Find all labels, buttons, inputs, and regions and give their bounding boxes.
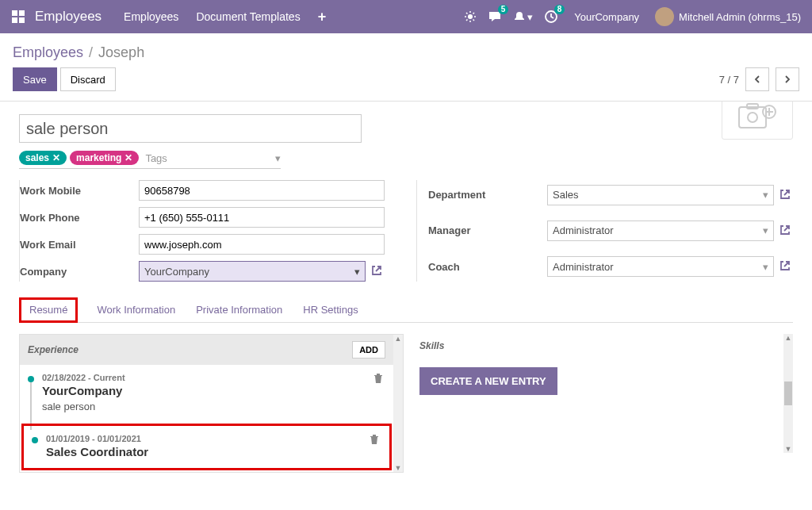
label-company: Company [20, 266, 139, 278]
label-work-email: Work Email [20, 239, 139, 251]
tag-marketing[interactable]: marketing✕ [70, 151, 139, 165]
tab-bar: Resumé Work Information Private Informat… [19, 297, 793, 323]
messages-icon[interactable]: 5 [488, 10, 502, 24]
job-title-input[interactable] [19, 114, 362, 143]
form-right-column: Department Sales▾ Manager Administrator▾… [416, 180, 793, 282]
create-skill-button[interactable]: CREATE A NEW ENTRY [419, 367, 557, 395]
external-link-icon[interactable] [779, 224, 793, 238]
external-link-icon[interactable] [370, 264, 385, 278]
skills-panel: Skills CREATE A NEW ENTRY ▲▼ [419, 334, 793, 473]
experience-dates: 01/01/2019 - 01/01/2021 [46, 434, 369, 443]
tag-remove-icon[interactable]: ✕ [52, 152, 60, 163]
tab-work-info[interactable]: Work Information [95, 297, 177, 322]
label-coach: Coach [428, 261, 547, 273]
experience-header: Experience [28, 344, 79, 355]
nav-add-icon[interactable]: + [318, 9, 327, 25]
tab-resume[interactable]: Resumé [19, 297, 78, 323]
top-navbar: Employees Employees Document Templates +… [0, 0, 812, 33]
experience-sub: sale person [42, 401, 373, 412]
breadcrumb: Employees / Joseph [0, 33, 812, 67]
work-phone-input[interactable] [139, 207, 385, 228]
activities-badge: 8 [554, 5, 565, 14]
form-left-column: Work Mobile Work Phone Work Email Compan… [20, 180, 385, 282]
employee-image[interactable] [722, 102, 793, 140]
chevron-down-icon[interactable]: ▾ [275, 152, 281, 164]
label-department: Department [428, 189, 547, 201]
discard-button[interactable]: Discard [60, 67, 116, 91]
experience-title: Sales Coordinator [46, 445, 369, 458]
apps-icon[interactable] [11, 10, 25, 24]
tab-hr-settings[interactable]: HR Settings [301, 297, 359, 322]
app-brand[interactable]: Employees [35, 9, 102, 25]
external-link-icon[interactable] [779, 259, 793, 274]
nav-doc-templates[interactable]: Document Templates [196, 10, 300, 23]
breadcrumb-root[interactable]: Employees [13, 44, 83, 60]
experience-title: YourCompany [42, 384, 373, 397]
experience-dates: 02/18/2022 - Current [42, 373, 373, 382]
pager-next[interactable] [776, 67, 799, 91]
trash-icon[interactable] [369, 434, 380, 445]
scrollbar[interactable]: ▲▼ [393, 335, 403, 472]
tag-remove-icon[interactable]: ✕ [124, 152, 132, 163]
pager-prev[interactable] [745, 67, 769, 91]
label-manager: Manager [428, 224, 547, 236]
experience-item[interactable]: 01/01/2019 - 01/01/2021 Sales Coordinato… [21, 424, 392, 470]
label-work-phone: Work Phone [20, 212, 139, 224]
skills-header: Skills [419, 334, 793, 351]
pager: 7 / 7 [719, 67, 799, 91]
svg-point-0 [468, 14, 473, 19]
chevron-down-icon: ▾ [763, 224, 768, 236]
trash-icon[interactable] [373, 373, 384, 384]
tag-sales[interactable]: sales✕ [19, 151, 67, 165]
timeline-line [30, 382, 32, 430]
work-email-input[interactable] [139, 234, 385, 255]
avatar [655, 7, 674, 26]
timeline-dot-icon [28, 376, 34, 382]
user-name: Mitchell Admin (ohrms_15) [679, 11, 801, 23]
scrollbar[interactable]: ▲▼ [783, 334, 793, 453]
tags-placeholder: Tags [145, 152, 272, 164]
label-work-mobile: Work Mobile [20, 185, 139, 197]
timeline-dot-icon [32, 437, 38, 443]
tab-private-info[interactable]: Private Information [194, 297, 284, 322]
pager-text: 7 / 7 [719, 74, 739, 86]
chevron-down-icon: ▾ [763, 261, 768, 273]
coach-select[interactable]: Administrator▾ [547, 256, 774, 277]
company-switcher[interactable]: YourCompany [574, 11, 639, 23]
activities-icon[interactable]: 8 [544, 10, 558, 24]
chevron-down-icon: ▾ [354, 266, 360, 278]
nav-employees[interactable]: Employees [124, 10, 178, 23]
work-mobile-input[interactable] [139, 180, 385, 201]
form-sheet: sales✕ marketing✕ Tags ▾ Work Mobile Wor… [0, 102, 812, 485]
add-experience-button[interactable]: ADD [352, 341, 385, 359]
messages-badge: 5 [498, 5, 509, 14]
experience-panel: Experience ADD 02/18/2022 - Current Your… [19, 334, 404, 473]
svg-point-3 [748, 113, 757, 122]
manager-select[interactable]: Administrator▾ [547, 220, 774, 241]
chevron-down-icon: ▾ [763, 189, 768, 201]
company-select[interactable]: YourCompany▾ [139, 261, 366, 282]
external-link-icon[interactable] [779, 188, 793, 202]
breadcrumb-current: Joseph [98, 44, 144, 60]
user-menu[interactable]: Mitchell Admin (ohrms_15) [655, 7, 801, 26]
save-button[interactable]: Save [13, 67, 57, 91]
department-select[interactable]: Sales▾ [547, 185, 774, 205]
svg-rect-2 [739, 107, 766, 128]
tags-field[interactable]: sales✕ marketing✕ Tags ▾ [19, 151, 281, 169]
action-bar: Save Discard 7 / 7 [0, 67, 812, 101]
notifications-icon[interactable]: ▾ [513, 10, 533, 23]
debug-icon[interactable] [464, 10, 477, 23]
experience-item[interactable]: 02/18/2022 - Current YourCompany sale pe… [20, 365, 393, 422]
